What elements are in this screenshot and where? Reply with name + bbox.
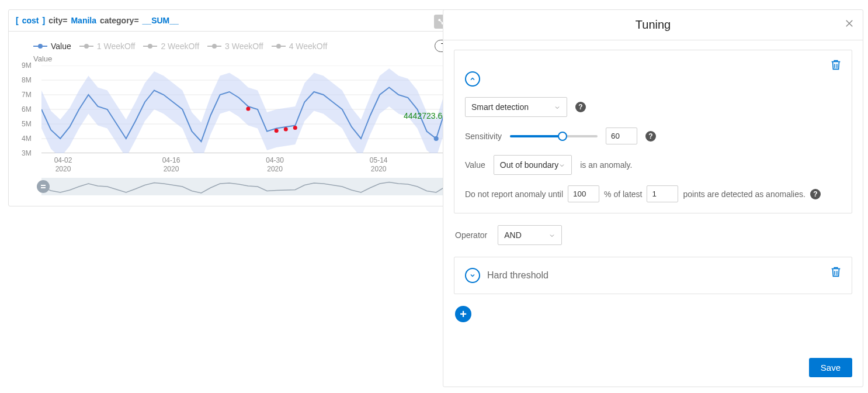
xtick: 04-302020: [266, 156, 284, 173]
ytick: 8M: [22, 76, 32, 84]
chart-svg: [41, 66, 474, 153]
bracket-close: ]: [42, 16, 45, 25]
chart-body: Value 1 WeekOff 2 WeekOff 3 WeekOff 4 We…: [9, 31, 487, 206]
tuning-body: Smart detection ? Sensitivity ?: [443, 40, 863, 352]
legend-3weekoff[interactable]: 3 WeekOff: [207, 42, 263, 51]
xtick: 04-022020: [54, 156, 72, 173]
metric-name[interactable]: cost: [22, 16, 39, 25]
hard-threshold-card: Hard threshold: [454, 257, 852, 294]
save-button[interactable]: Save: [809, 358, 852, 377]
svg-point-16: [284, 127, 288, 132]
help-icon[interactable]: ?: [645, 131, 656, 142]
dim1-value[interactable]: Manila: [71, 16, 96, 25]
close-button[interactable]: [844, 18, 855, 29]
bracket-open: [: [16, 16, 19, 25]
dim2-label: category=: [100, 16, 139, 25]
xtick: 05-142020: [370, 156, 388, 173]
dim1-label: city=: [48, 16, 67, 25]
value-label: Value: [465, 160, 485, 170]
ytick: 5M: [22, 120, 32, 128]
operator-label: Operator: [455, 230, 487, 240]
add-condition-button[interactable]: +: [455, 306, 471, 322]
svg-point-15: [275, 129, 279, 133]
breadcrumb: [ cost ] city= Manila category= __SUM__: [9, 10, 487, 31]
ytick: 7M: [22, 91, 32, 99]
chevron-down-icon: [554, 104, 561, 111]
report-points-input[interactable]: [647, 185, 678, 202]
legend-value[interactable]: Value: [33, 42, 71, 51]
operator-row: Operator AND: [455, 225, 852, 245]
legend-1weekoff[interactable]: 1 WeekOff: [79, 42, 136, 51]
y-axis-title: Value: [16, 54, 480, 63]
tuning-panel: Tuning Smart detection ? Sens: [443, 9, 863, 387]
help-icon[interactable]: ?: [810, 189, 821, 199]
chart-panel: [ cost ] city= Manila category= __SUM__ …: [8, 9, 487, 206]
hard-threshold-title: Hard threshold: [487, 270, 548, 281]
sensitivity-input[interactable]: [606, 127, 637, 144]
plot-area[interactable]: 9M 8M 7M 6M 5M 4M 3M 04-022020 04-162020…: [41, 66, 474, 153]
chevron-down-icon: [548, 232, 555, 239]
sensitivity-slider[interactable]: [510, 130, 598, 142]
tuning-header: Tuning: [443, 10, 863, 40]
report-suffix: points are detected as anomalies.: [683, 189, 805, 199]
report-prefix: Do not report anomaly until: [465, 189, 563, 199]
ytick: 9M: [22, 61, 32, 70]
xtick: 04-162020: [162, 156, 180, 173]
legend: Value 1 WeekOff 2 WeekOff 3 WeekOff 4 We…: [16, 40, 480, 56]
report-mid: % of latest: [604, 189, 642, 199]
svg-point-14: [246, 107, 250, 111]
smart-detection-card: Smart detection ? Sensitivity ?: [454, 50, 852, 213]
ytick: 6M: [22, 105, 32, 113]
delete-hard-threshold[interactable]: [829, 266, 842, 280]
detection-mode-select[interactable]: Smart detection: [465, 97, 567, 117]
chevron-down-icon: [558, 161, 565, 168]
boundary-select[interactable]: Out of boundary: [494, 155, 572, 175]
collapse-toggle[interactable]: [465, 71, 480, 87]
tuning-title: Tuning: [636, 18, 671, 32]
tuning-footer: Save: [443, 352, 863, 387]
brush-strip[interactable]: [41, 178, 474, 195]
is-anomaly-text: is an anomaly.: [580, 160, 632, 170]
sensitivity-label: Sensitivity: [465, 132, 502, 141]
svg-point-17: [293, 126, 297, 130]
operator-select[interactable]: AND: [498, 225, 562, 245]
delete-smart-detection[interactable]: [829, 58, 842, 73]
help-icon[interactable]: ?: [575, 102, 586, 112]
report-percent-input[interactable]: [568, 185, 599, 202]
dim2-value[interactable]: __SUM__: [143, 16, 179, 25]
ytick: 3M: [22, 149, 32, 157]
legend-4weekoff[interactable]: 4 WeekOff: [272, 42, 328, 51]
legend-2weekoff[interactable]: 2 WeekOff: [143, 42, 199, 51]
ytick: 4M: [22, 135, 32, 143]
svg-point-18: [434, 136, 439, 141]
expand-toggle[interactable]: [465, 268, 480, 283]
brush-handle-icon[interactable]: [37, 180, 50, 193]
